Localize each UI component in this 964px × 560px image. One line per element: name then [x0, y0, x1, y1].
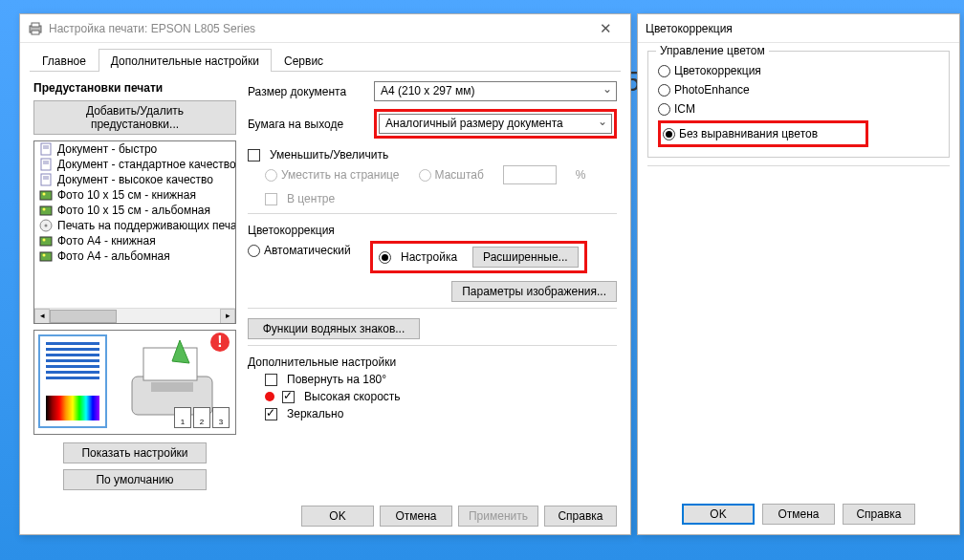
rotate180-checkbox[interactable]	[265, 374, 277, 386]
mirror-checkbox[interactable]	[265, 408, 277, 420]
color-correction-window: Цветокоррекция Управление цветом Цветоко…	[637, 13, 960, 535]
svg-point-15	[43, 208, 46, 211]
output-paper-select[interactable]: Аналогичный размеру документа	[379, 114, 612, 134]
colorcorr-label: Цветокоррекция	[674, 64, 761, 77]
svg-rect-24	[151, 382, 193, 392]
icm-label: ICM	[674, 102, 695, 116]
show-settings-button[interactable]: Показать настройки	[63, 442, 207, 463]
add-remove-presets-button[interactable]: Добавить/Удалить предустановки...	[33, 100, 236, 135]
high-speed-checkbox[interactable]	[282, 391, 295, 403]
bullet-icon	[265, 392, 274, 401]
photo-icon	[38, 188, 54, 202]
list-item[interactable]: Документ - высокое качество	[34, 172, 235, 187]
watermark-functions-button[interactable]: Функции водяных знаков...	[248, 318, 420, 339]
custom-radio[interactable]	[379, 251, 391, 264]
nocolor-radio[interactable]	[663, 128, 675, 140]
svg-rect-18	[40, 237, 52, 246]
reduce-enlarge-checkbox[interactable]	[248, 149, 260, 162]
photo-icon	[38, 249, 54, 263]
preview-printer-icon: ! 123	[115, 334, 231, 430]
tab-main[interactable]: Главное	[30, 49, 99, 72]
doc-size-select[interactable]: A4 (210 x 297 мм)	[374, 81, 617, 101]
titlebar: Цветокоррекция	[638, 14, 959, 43]
scroll-thumb[interactable]	[50, 310, 117, 323]
cancel-button[interactable]: Отмена	[762, 504, 835, 525]
doc-icon	[38, 158, 54, 171]
list-item[interactable]: Документ - стандартное качество	[34, 157, 235, 172]
tab-service[interactable]: Сервис	[272, 49, 336, 72]
advanced-button[interactable]: Расширенные...	[472, 247, 579, 268]
preset-label: Документ - стандартное качество	[57, 158, 235, 171]
mirror-label: Зеркально	[287, 407, 343, 420]
svg-point-13	[43, 193, 46, 196]
svg-rect-2	[32, 31, 39, 34]
image-params-button[interactable]: Параметры изображения...	[451, 281, 617, 302]
preset-label: Фото А4 - книжная	[57, 234, 156, 248]
photoenhance-radio[interactable]	[658, 84, 670, 97]
percent-label: %	[576, 168, 586, 182]
list-item[interactable]: Фото А4 - альбомная	[34, 248, 235, 264]
reduce-enlarge-label: Уменьшить/Увеличить	[270, 148, 388, 162]
rotate180-label: Повернуть на 180°	[287, 373, 386, 386]
scroll-right-icon[interactable]: ▸	[220, 309, 235, 324]
colorbar-icon	[46, 396, 99, 420]
output-paper-label: Бумага на выходе	[248, 118, 368, 131]
center-checkbox	[265, 193, 277, 205]
doc-icon	[38, 142, 54, 156]
nocolor-label: Без выравнивания цветов	[679, 127, 818, 140]
window-title: Цветокоррекция	[646, 22, 952, 35]
fit-to-page-label: Уместить на странице	[281, 168, 400, 182]
scale-radio	[419, 169, 431, 182]
color-correction-label: Цветокоррекция	[248, 224, 617, 237]
preview-document-icon	[38, 334, 107, 428]
print-settings-window: Настройка печати: EPSON L805 Series ✕ Гл…	[19, 13, 631, 535]
defaults-button[interactable]: По умолчанию	[63, 469, 207, 490]
svg-rect-3	[41, 143, 51, 155]
scroll-left-icon[interactable]: ◂	[34, 309, 50, 324]
svg-rect-12	[40, 191, 52, 200]
svg-rect-6	[41, 159, 51, 170]
preset-label: Документ - быстро	[57, 142, 157, 156]
auto-label: Автоматический	[264, 244, 351, 257]
ok-button[interactable]: OK	[682, 504, 755, 525]
custom-label: Настройка	[401, 250, 457, 264]
more-settings-label: Дополнительные настройки	[248, 355, 617, 369]
help-button[interactable]: Справка	[544, 506, 617, 527]
horizontal-scrollbar[interactable]: ◂ ▸	[34, 308, 235, 323]
svg-rect-14	[40, 206, 52, 215]
alert-icon: !	[210, 333, 230, 352]
preset-label: Документ - высокое качество	[57, 173, 213, 186]
doc-size-label: Размер документа	[248, 85, 368, 98]
cancel-button[interactable]: Отмена	[380, 506, 452, 527]
titlebar: Настройка печати: EPSON L805 Series ✕	[20, 14, 630, 43]
svg-rect-20	[40, 252, 52, 261]
svg-point-17	[45, 225, 48, 227]
list-item[interactable]: Фото 10 x 15 см - альбомная	[34, 203, 235, 218]
svg-rect-9	[41, 174, 51, 185]
preset-list[interactable]: Документ - быстро Документ - стандартное…	[33, 140, 236, 324]
tab-row: Главное Дополнительные настройки Сервис	[20, 43, 630, 72]
help-button[interactable]: Справка	[843, 504, 915, 525]
close-icon[interactable]: ✕	[588, 20, 623, 37]
preset-label: Фото А4 - альбомная	[57, 249, 170, 263]
list-item[interactable]: Печать на поддерживающих печат	[34, 218, 235, 233]
icm-radio[interactable]	[658, 103, 670, 116]
apply-button[interactable]: Применить	[458, 506, 538, 527]
preset-label: Фото 10 x 15 см - альбомная	[57, 204, 210, 217]
fit-to-page-radio	[265, 169, 277, 182]
preset-label: Печать на поддерживающих печат	[57, 219, 235, 232]
tab-advanced[interactable]: Дополнительные настройки	[99, 49, 272, 72]
list-item[interactable]: Документ - быстро	[34, 141, 235, 157]
page-order-icon: 123	[174, 407, 230, 428]
svg-rect-23	[143, 348, 197, 380]
ok-button[interactable]: OK	[301, 506, 374, 527]
list-item[interactable]: Фото А4 - книжная	[34, 233, 235, 248]
colorcorr-radio[interactable]	[658, 65, 670, 77]
auto-radio[interactable]	[248, 245, 260, 257]
svg-rect-1	[32, 23, 39, 27]
doc-icon	[38, 173, 54, 186]
list-item[interactable]: Фото 10 x 15 см - книжная	[34, 187, 235, 203]
groupbox-title: Управление цветом	[656, 44, 769, 57]
scale-label: Масштаб	[435, 168, 484, 182]
high-speed-label: Высокая скорость	[304, 390, 401, 403]
